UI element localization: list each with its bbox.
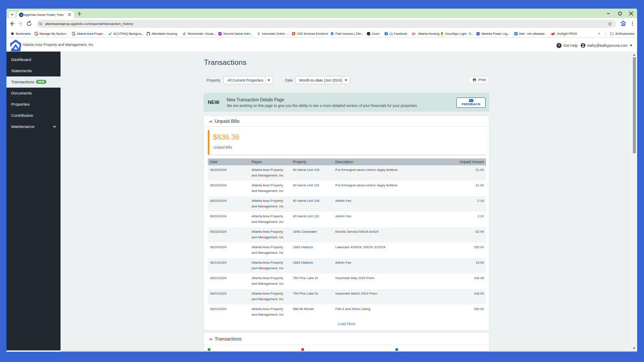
svg-text:d: d xyxy=(183,32,185,36)
svg-text:O: O xyxy=(412,32,415,36)
svg-text:a: a xyxy=(20,13,22,16)
